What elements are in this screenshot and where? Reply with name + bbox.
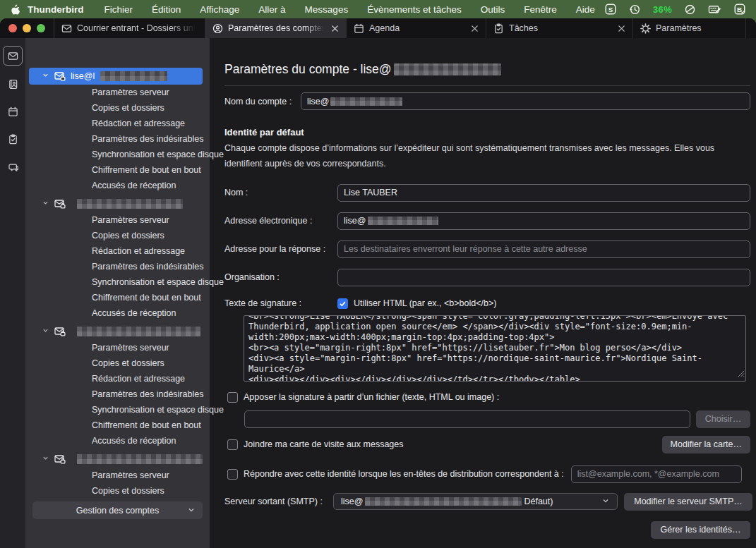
chevron-down-icon[interactable] [42,327,49,336]
menu-affichage[interactable]: Affichage [200,4,239,15]
space-calendar[interactable] [4,102,22,121]
tab-tasks[interactable]: Tâches [486,18,633,38]
status-focus-icon[interactable] [684,4,696,16]
delivery-headers-input[interactable] [571,465,742,483]
resize-grip-icon[interactable] [737,367,745,380]
account-page-param-tres-serveur[interactable]: Paramètres serveur [25,212,210,228]
chevron-down-icon[interactable] [42,454,49,464]
account-name-input[interactable]: lise@ [301,92,750,110]
account-page-param-tres-serveur[interactable]: Paramètres serveur [25,85,210,100]
account-page-accus-s-de-r-ception[interactable]: Accusés de réception [25,433,210,449]
menu-messages[interactable]: Messages [305,4,349,15]
status-b-badge-icon[interactable]: B [733,3,746,16]
account-sidebar: lise@lParamètres serveurCopies et dossie… [25,38,210,548]
tab-account-settings[interactable]: Paramètres des comptes Co [205,18,347,38]
account-page-synchronisation-et-espace-disque[interactable]: Synchronisation et espace disque [25,274,210,290]
organization-input[interactable] [337,269,750,286]
account-row-1[interactable]: lise@l [29,68,203,85]
account-group-1: lise@lParamètres serveurCopies et dossie… [25,68,210,193]
account-page-chiffrement-de-bout-en-bout[interactable]: Chiffrement de bout en bout [25,290,210,305]
account-row-3[interactable] [29,323,203,340]
account-page-copies-et-dossiers[interactable]: Copies et dossiers [25,355,210,371]
attach-vcard-checkbox[interactable] [227,439,238,450]
edit-smtp-button[interactable]: Modifier le serveur SMTP… [624,493,752,511]
apple-menu-icon[interactable] [10,4,20,16]
account-page-accus-s-de-r-ception[interactable]: Accusés de réception [25,178,210,193]
account-page-r-daction-et-adressage[interactable]: Rédaction et adressage [25,243,210,259]
tab-settings[interactable]: Paramètres [633,18,746,38]
chevron-down-icon[interactable] [42,71,49,81]
choose-file-button[interactable]: Choisir… [696,410,750,428]
close-tab-icon[interactable] [618,25,625,32]
redacted-account-name [77,454,203,464]
signature-textarea[interactable]: <br><strong>Lise TAUBER</strong><span st… [244,315,746,382]
account-page-copies-et-dossiers[interactable]: Copies et dossiers [25,228,210,243]
account-page-chiffrement-de-bout-en-bout[interactable]: Chiffrement de bout en bout [25,162,210,178]
close-tab-icon[interactable] [331,25,339,32]
account-page-chiffrement-de-bout-en-bout[interactable]: Chiffrement de bout en bout [25,418,210,433]
attach-signature-file-checkbox[interactable] [227,392,238,403]
redacted-account-name [100,71,167,81]
space-tasks[interactable] [4,130,22,148]
manage-accounts-button[interactable]: Gestion des comptes [32,501,203,519]
tasks-icon [493,23,504,34]
menu--dition[interactable]: Édition [152,4,181,15]
close-tab-icon[interactable] [471,25,479,32]
account-page-copies-et-dossiers[interactable]: Copies et dossiers [25,483,210,499]
menu-thunderbird[interactable]: Thunderbird [28,4,84,15]
attach-vcard-label: Joindre ma carte de visite aux messages [244,439,404,449]
tab-inbox[interactable]: Courrier entrant - Dossiers unifi [54,18,205,38]
name-input[interactable] [337,184,750,202]
account-page-accus-s-de-r-ception[interactable]: Accusés de réception [25,305,210,321]
account-page-param-tres-des-ind-sirables[interactable]: Paramètres des indésirables [25,131,210,147]
menu-fichier[interactable]: Fichier [104,4,133,15]
menu-aide[interactable]: Aide [576,4,595,15]
attach-signature-file-label: Apposer la signature à partir d’un fichi… [244,392,499,402]
email-input[interactable]: lise@ [337,212,750,230]
tab-label: Courrier entrant - Dossiers unifi [77,23,198,33]
page-title-text: Paramètres du compte - lise@ [224,62,392,77]
status-s-badge-icon[interactable]: S [604,3,617,16]
minimize-window-button[interactable] [23,24,31,32]
menu-aller-[interactable]: Aller à [258,4,285,15]
smtp-server-select[interactable]: lise@ Défaut) [333,493,618,510]
zoom-window-button[interactable] [37,24,45,32]
space-address-book[interactable] [4,75,22,93]
account-page-param-tres-des-ind-sirables[interactable]: Paramètres des indésirables [25,259,210,274]
signature-file-input[interactable] [244,410,690,428]
battery-percentage[interactable]: 36% [653,4,672,15]
chevron-down-icon [187,506,196,516]
account-page-param-tres-serveur[interactable]: Paramètres serveur [25,468,210,483]
account-page-r-daction-et-adressage[interactable]: Rédaction et adressage [25,371,210,386]
account-page-synchronisation-et-espace-disque[interactable]: Synchronisation et espace disque [25,147,210,162]
reply-from-identity-label: Répondre avec cette identité lorsque les… [244,469,564,479]
reply-to-label: Adresse pour la réponse : [224,244,337,254]
status-input-edit-icon[interactable] [708,4,721,16]
space-chat[interactable] [4,157,22,176]
mail-icon [61,23,72,34]
redacted-text [330,97,402,106]
screen: ThunderbirdFichierÉditionAffichageAller … [0,0,756,548]
status-time-machine-icon[interactable] [629,4,641,16]
close-window-button[interactable] [8,24,17,32]
account-page-param-tres-des-ind-sirables[interactable]: Paramètres des indésirables [25,386,210,402]
reply-from-identity-checkbox[interactable] [227,469,238,480]
account-page-copies-et-dossiers[interactable]: Copies et dossiers [25,100,210,116]
use-html-checkbox[interactable] [337,298,348,309]
account-tree: lise@lParamètres serveurCopies et dossie… [25,38,210,499]
account-page-r-daction-et-adressage[interactable]: Rédaction et adressage [25,116,210,131]
account-page-param-tres-serveur[interactable]: Paramètres serveur [25,340,210,355]
space-mail[interactable] [3,46,23,66]
account-row-2[interactable] [29,195,203,212]
edit-vcard-button[interactable]: Modifier la carte… [662,436,750,453]
reply-to-input[interactable] [337,240,750,258]
chevron-down-icon[interactable] [42,199,49,209]
account-page-synchronisation-et-espace-disque[interactable]: Synchronisation et espace disque [25,402,210,418]
email-label: Adresse électronique : [224,216,337,226]
account-row-4[interactable] [29,451,203,468]
menu-outils[interactable]: Outils [481,4,505,15]
tab-calendar[interactable]: Agenda [347,18,486,38]
menu--v-nements-et-t-ches[interactable]: Évènements et tâches [367,4,462,15]
manage-identities-button[interactable]: Gérer les identités… [651,521,750,539]
menu-fen-tre[interactable]: Fenêtre [524,4,557,15]
